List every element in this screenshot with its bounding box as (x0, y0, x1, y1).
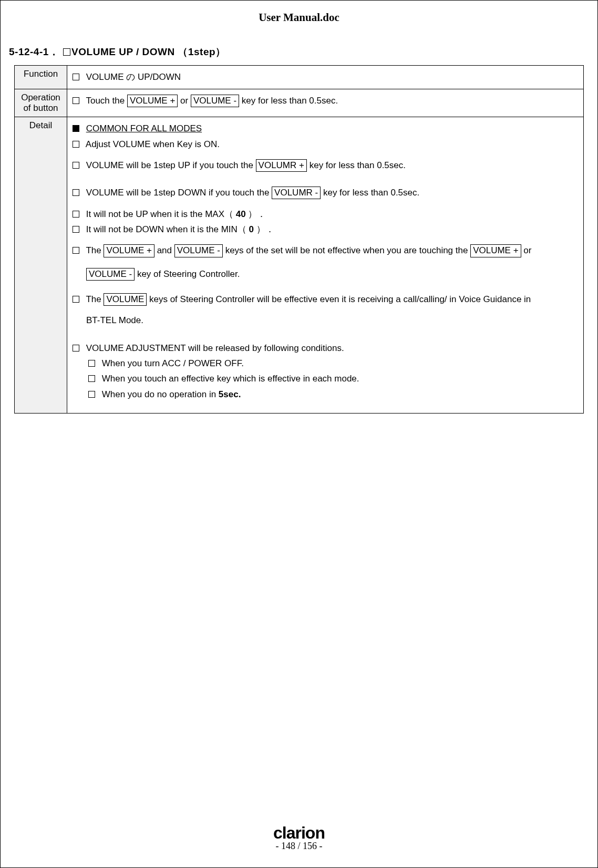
detail-text: key for less than 0.5sec. (307, 160, 406, 170)
detail-line: Adjust VOLUME when Key is ON. (86, 139, 220, 149)
key-volume-minus: VOLUME - (191, 95, 239, 107)
detail-text: keys of Steering Controller will be effe… (147, 294, 531, 304)
detail-text: When you turn ACC / POWER OFF. (102, 358, 244, 368)
document-title: User Manual.doc (6, 11, 592, 24)
section-number: 5-12-4-1． (9, 46, 59, 57)
detail-text: It will not be DOWN when it is the MIN（ (86, 224, 249, 234)
detail-text: or (521, 245, 532, 255)
table-row-function: Function VOLUME の UP/DOWN (15, 66, 584, 89)
max-value: 40 (236, 209, 246, 219)
row-label-operation: Operation of button (15, 89, 67, 117)
operation-mid: or (178, 96, 191, 106)
detail-text: It will not be UP when it is the MAX（ (86, 209, 236, 219)
key-volume-plus: VOLUME + (104, 244, 154, 257)
key-volume: VOLUME (104, 293, 147, 306)
table-row-detail: Detail COMMON FOR ALL MODES Adjust VOLUM… (15, 117, 584, 414)
row-label-detail: Detail (15, 117, 67, 414)
checkbox-icon (73, 74, 79, 80)
key-volume-minus: VOLUME - (174, 244, 223, 257)
row-content-operation: Touch the VOLUME + or VOLUME - key for l… (67, 89, 584, 117)
operation-pre: Touch the (86, 96, 127, 106)
checkbox-icon (63, 48, 70, 56)
detail-text: and (154, 245, 174, 255)
checkbox-icon (73, 247, 79, 254)
checkbox-icon (73, 141, 79, 148)
detail-text: ）． (246, 209, 266, 219)
checkbox-icon (88, 375, 95, 382)
checkbox-icon (73, 189, 79, 196)
brand-logo: clarion (1, 823, 597, 843)
checkbox-icon (88, 391, 95, 398)
function-text: VOLUME の UP/DOWN (86, 72, 181, 82)
detail-text: VOLUME ADJUSTMENT will be released by fo… (86, 343, 344, 353)
page-number: - 148 / 156 - (1, 841, 597, 852)
row-content-function: VOLUME の UP/DOWN (67, 66, 584, 89)
row-label-function: Function (15, 66, 67, 89)
page-footer: clarion - 148 / 156 - (1, 823, 597, 852)
checkbox-icon (73, 296, 79, 303)
key-volume-minus: VOLUME - (86, 268, 135, 281)
checkbox-icon (73, 97, 79, 104)
detail-text: The (86, 245, 104, 255)
detail-text: When you do no operation in (102, 389, 219, 399)
detail-text: ）． (254, 224, 274, 234)
section-heading: 5-12-4-1． VOLUME UP / DOWN （1step） (9, 45, 592, 59)
detail-text: VOLUME will be 1step UP if you touch the (86, 160, 256, 170)
row-content-detail: COMMON FOR ALL MODES Adjust VOLUME when … (67, 117, 584, 414)
key-volume-plus: VOLUME + (127, 95, 178, 107)
detail-text: When you touch an effective key which is… (102, 374, 359, 384)
min-value: 0 (249, 224, 254, 234)
checkbox-icon (73, 345, 79, 352)
operation-post: key for less than 0.5sec. (239, 96, 338, 106)
detail-text: keys of the set will be not effective wh… (223, 245, 470, 255)
spec-table: Function VOLUME の UP/DOWN Operation of b… (14, 65, 584, 414)
key-volumr-plus: VOLUMR + (256, 159, 307, 172)
key-volumr-minus: VOLUMR - (272, 187, 321, 199)
detail-text: The (86, 294, 104, 304)
common-header: COMMON FOR ALL MODES (86, 123, 202, 133)
key-volume-plus: VOLUME + (470, 244, 521, 257)
checkbox-icon (73, 211, 79, 218)
checkbox-icon (88, 360, 95, 367)
filled-square-icon (73, 125, 79, 132)
detail-text: key of Steering Controller. (135, 269, 240, 279)
timeout-value: 5sec. (219, 389, 241, 399)
table-row-operation: Operation of button Touch the VOLUME + o… (15, 89, 584, 117)
detail-text: BT-TEL Mode. (86, 315, 143, 325)
checkbox-icon (73, 162, 79, 169)
detail-text: VOLUME will be 1step DOWN if you touch t… (86, 188, 272, 198)
detail-text: key for less than 0.5sec. (321, 188, 419, 198)
checkbox-icon (73, 226, 79, 233)
section-title: VOLUME UP / DOWN （1step） (71, 46, 226, 57)
